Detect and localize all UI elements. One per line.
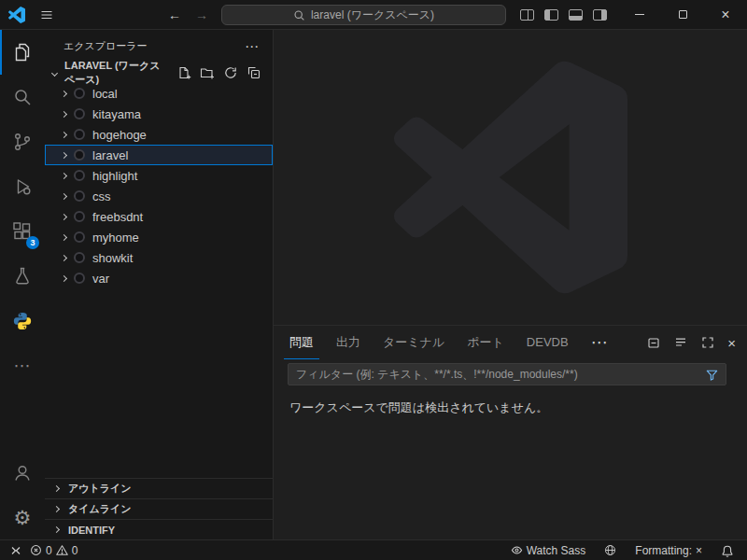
collapse-all-icon[interactable] [247,65,261,80]
close-window-button[interactable]: × [704,0,747,29]
tree-item[interactable]: hogehoge [45,124,273,145]
vscode-window: { "colors": { "accent": "#0078d4", "titl… [0,0,747,560]
formatting-close-icon: × [696,544,702,557]
tree-item[interactable]: var [45,268,273,288]
panel-tabs-more-icon[interactable]: ⋯ [585,326,614,359]
activity-search-button[interactable] [0,75,45,119]
tree-item[interactable]: local [45,83,273,104]
workspace-section-header[interactable]: LARAVEL (ワークスペース) [45,63,273,83]
notification-bell-icon [721,544,734,557]
activity-python-button[interactable] [0,299,45,343]
error-icon [30,544,42,556]
split-editor-icon[interactable] [520,9,534,21]
close-panel-icon[interactable]: × [727,335,736,351]
history-nav: ← → [168,7,208,22]
sidebar-more-actions-icon[interactable]: ⋯ [245,39,260,53]
tree-item[interactable]: highlight [45,165,273,186]
formatting-status[interactable]: Formatting: × [631,540,706,560]
chevron-right-icon [61,213,67,219]
folder-icon [74,273,85,284]
account-button[interactable] [0,450,45,495]
collapse-all-icon[interactable] [646,335,661,350]
tree-item-label: showkit [92,251,133,265]
watch-sass-button[interactable]: Watch Sass [507,540,590,560]
tree-item-selected[interactable]: laravel [45,145,273,165]
refresh-icon[interactable] [223,65,238,80]
activity-testing-button[interactable] [0,254,45,299]
forward-arrow-button[interactable]: → [195,7,208,22]
identify-pane-header[interactable]: IDENTIFY [45,519,273,539]
ellipsis-icon: ⋯ [14,357,32,374]
gear-icon: ⚙ [14,508,32,527]
chevron-right-icon [61,233,67,240]
extensions-badge: 3 [26,236,39,249]
filter-funnel-icon[interactable] [705,368,719,382]
vscode-watermark-icon [394,61,627,294]
search-icon [11,86,34,108]
folder-icon [74,211,85,222]
new-file-icon[interactable] [176,65,191,80]
explorer-sidebar: エクスプローラー ⋯ LARAVEL (ワークスペース) local kitay… [45,30,274,539]
browser-preview-button[interactable] [600,540,620,560]
tree-item[interactable]: kitayama [45,104,273,124]
toggle-secondary-sidebar-icon[interactable] [593,9,607,21]
tree-item[interactable]: showkit [45,247,273,268]
activity-source-control-button[interactable] [0,119,45,164]
status-bar-right: Watch Sass Formatting: × [507,540,738,560]
editor-area [274,30,747,325]
sidebar-header: エクスプローラー ⋯ [45,30,273,63]
activity-explorer-button[interactable] [0,30,45,75]
chevron-right-icon [53,526,60,533]
chevron-right-icon [61,151,67,158]
tab-terminal[interactable]: ターミナル [377,326,450,359]
section-actions [176,65,261,80]
view-as-list-icon[interactable] [673,335,688,350]
chevron-right-icon [61,274,67,281]
tab-problems[interactable]: 問題 [284,326,319,359]
folder-icon [74,108,85,119]
run-debug-icon [11,175,34,198]
tree-item[interactable]: freebsdnt [45,206,273,227]
editor-column: 問題 出力 ターミナル ポート DEVDB ⋯ × ワークスペースで問題は検出さ… [274,30,747,539]
watch-eye-icon [511,544,523,556]
activity-bar-bottom: ⚙ [0,450,45,539]
back-arrow-button[interactable]: ← [168,7,181,22]
problems-empty-message: ワークスペースで問題は検出されていません。 [289,399,747,416]
tree-item-label: highlight [92,169,137,183]
maximize-button[interactable] [661,0,704,29]
command-center-search[interactable]: laravel (ワークスペース) [221,5,506,25]
new-folder-icon[interactable] [200,65,215,80]
command-center-text: laravel (ワークスペース) [311,7,434,23]
folder-icon [74,231,85,243]
menu-hamburger-icon[interactable] [39,7,54,22]
tree-item-label: local [92,87,118,101]
warning-icon [56,544,68,556]
timeline-pane-header[interactable]: タイムライン [45,498,273,519]
vscode-logo-icon [8,7,25,23]
tab-ports[interactable]: ポート [461,326,510,359]
tree-item[interactable]: myhome [45,227,273,247]
tab-devdb[interactable]: DEVDB [521,326,574,359]
remote-indicator[interactable] [6,540,26,560]
tab-output[interactable]: 出力 [331,326,366,359]
outline-pane-header[interactable]: アウトライン [45,478,273,498]
activity-extensions-button[interactable]: 3 [0,209,45,254]
minimize-button[interactable] [618,0,661,29]
tree-item-label: css [92,189,111,203]
tree-item-label: var [92,272,109,286]
maximize-panel-icon[interactable] [700,335,715,350]
activity-run-debug-button[interactable] [0,164,45,209]
tree-item[interactable]: css [45,186,273,206]
activity-more-button[interactable]: ⋯ [0,343,45,388]
chevron-down-icon [51,69,58,76]
bottom-panel: 問題 出力 ターミナル ポート DEVDB ⋯ × ワークスペースで問題は検出さ… [274,325,747,539]
settings-button[interactable]: ⚙ [0,495,45,539]
problems-status[interactable]: 0 0 [26,540,81,560]
notifications-button[interactable] [717,540,738,560]
filter-input[interactable] [296,368,699,381]
toggle-panel-icon[interactable] [569,9,583,21]
status-bar: 0 0 Watch Sass Formatting: × [0,539,747,560]
toggle-sidebar-icon[interactable] [544,9,558,21]
folder-icon [74,170,85,181]
chevron-right-icon [61,90,67,96]
